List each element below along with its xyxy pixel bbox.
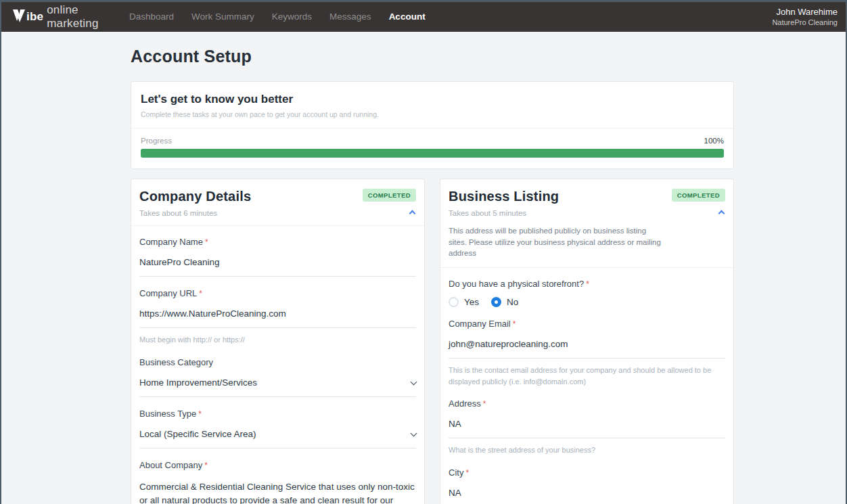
main-nav: Dashboard Work Summary Keywords Messages… — [129, 2, 443, 32]
storefront-label: Do you have a physical storefront?* — [449, 279, 725, 289]
nav-item-work-summary[interactable]: Work Summary — [191, 2, 254, 32]
progress-percentage: 100% — [704, 137, 724, 145]
company-url-field: Company URL* https://www.NatureProCleani… — [139, 288, 416, 346]
nav-item-messages[interactable]: Messages — [329, 2, 371, 32]
user-name: John Warehime — [772, 6, 838, 18]
chevron-down-icon — [411, 430, 417, 436]
storefront-radio-yes[interactable]: Yes — [449, 297, 479, 307]
nav-item-account[interactable]: Account — [389, 2, 426, 32]
business-category-select[interactable]: Home Improvement/Services — [139, 377, 416, 397]
address-label: Address* — [449, 398, 725, 409]
user-menu[interactable]: John Warehime NaturePro Cleaning — [772, 6, 846, 28]
app-logo[interactable]: ibe online marketing — [1, 3, 129, 30]
business-listing-duration: Takes about 5 minutes — [449, 209, 666, 217]
progress-bar-track — [141, 149, 724, 158]
required-asterisk: * — [204, 461, 208, 470]
collapse-chevron-up-icon[interactable] — [409, 210, 416, 217]
business-type-field: Business Type* Local (Specific Service A… — [139, 409, 416, 449]
business-type-label: Business Type* — [139, 409, 416, 419]
business-listing-card: Business Listing Takes about 5 minutes T… — [440, 179, 734, 504]
progress-bar-fill — [141, 149, 724, 158]
business-category-field: Business Category Home Improvement/Servi… — [139, 357, 416, 397]
business-type-select[interactable]: Local (Specific Service Area) — [139, 429, 416, 449]
storefront-radio-no[interactable]: No — [491, 297, 518, 307]
about-company-label: About Company* — [139, 460, 416, 470]
required-asterisk: * — [198, 409, 202, 419]
completed-badge: COMPLETED — [363, 189, 416, 202]
business-listing-title: Business Listing — [449, 189, 666, 204]
company-email-field: Company Email* john@natureprocleaning.co… — [449, 319, 725, 387]
company-url-helper: Must begin with http:// or https:// — [139, 334, 416, 346]
nav-item-keywords[interactable]: Keywords — [272, 2, 312, 32]
business-category-label: Business Category — [139, 357, 416, 367]
main-content: Account Setup Let's get to know you bett… — [1, 32, 846, 504]
user-company: NaturePro Cleaning — [772, 18, 838, 28]
storefront-field: Do you have a physical storefront?* Yes … — [449, 279, 725, 307]
company-name-input[interactable]: NaturePro Cleaning — [139, 257, 416, 277]
required-asterisk: * — [205, 237, 208, 247]
company-email-input[interactable]: john@natureprocleaning.com — [449, 339, 725, 359]
progress-card: Let's get to know you better Complete th… — [131, 81, 734, 169]
company-details-card: Company Details Takes about 6 minutes CO… — [131, 179, 425, 504]
company-url-label: Company URL* — [139, 288, 416, 298]
required-asterisk: * — [513, 319, 516, 329]
city-field: City* NA In what city is your business l… — [449, 467, 725, 504]
address-field: Address* NA What is the street address o… — [449, 398, 725, 456]
business-listing-description: This address will be published publicly … — [449, 225, 666, 259]
collapse-chevron-up-icon[interactable] — [718, 210, 725, 217]
required-asterisk: * — [483, 399, 486, 409]
completed-badge: COMPLETED — [672, 189, 725, 202]
company-email-helper: This is the contact email address for yo… — [449, 365, 725, 387]
about-company-textarea[interactable]: Commercial & Residential Cleaning Servic… — [139, 480, 416, 504]
address-helper: What is the street address of your busin… — [449, 444, 725, 456]
intro-title: Let's get to know you better — [141, 93, 724, 106]
radio-icon — [449, 297, 459, 307]
nav-item-dashboard[interactable]: Dashboard — [129, 2, 174, 32]
intro-subtitle: Complete these tasks at your own pace to… — [141, 110, 724, 118]
address-input[interactable]: NA — [449, 419, 725, 438]
radio-icon — [491, 297, 501, 307]
page-title: Account Setup — [131, 47, 734, 66]
chevron-down-icon — [411, 378, 417, 385]
logo-text-light: online marketing — [47, 3, 129, 30]
company-details-duration: Takes about 6 minutes — [139, 209, 357, 217]
about-company-field: About Company* Commercial & Residential … — [139, 460, 416, 504]
city-input[interactable]: NA — [449, 488, 725, 504]
required-asterisk: * — [199, 289, 202, 298]
top-navbar: ibe online marketing Dashboard Work Summ… — [1, 2, 846, 32]
company-url-input[interactable]: https://www.NatureProCleaning.com — [139, 308, 416, 328]
required-asterisk: * — [586, 279, 589, 289]
company-name-field: Company Name* NaturePro Cleaning — [139, 237, 416, 277]
required-asterisk: * — [465, 468, 469, 478]
company-email-label: Company Email* — [449, 319, 725, 329]
vibe-logo-icon — [12, 9, 26, 25]
city-label: City* — [449, 467, 725, 478]
storefront-radio-group: Yes No — [449, 297, 725, 307]
company-name-label: Company Name* — [139, 237, 416, 247]
progress-label: Progress — [141, 137, 172, 145]
logo-text-bold: ibe — [26, 10, 43, 24]
company-details-title: Company Details — [139, 189, 357, 204]
